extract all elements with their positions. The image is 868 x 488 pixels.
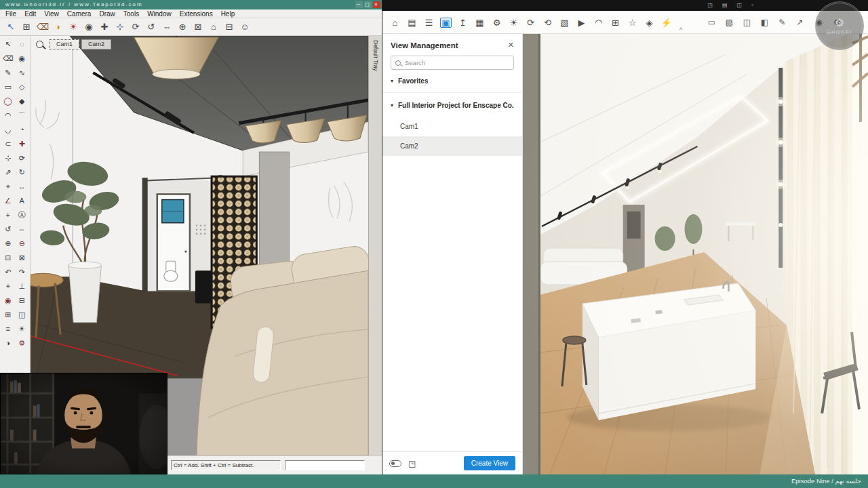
user-icon[interactable]: ☺ [239, 22, 250, 32]
styles-icon[interactable]: ◑ [1, 336, 15, 350]
pie-icon[interactable]: ◔ [16, 123, 29, 136]
next-icon[interactable]: ↷ [16, 265, 29, 279]
view-management-icon[interactable]: ▣ [440, 18, 452, 28]
offset-icon[interactable]: ⊂ [1, 137, 15, 150]
two-point-arc-icon[interactable]: ⌒ [16, 108, 29, 122]
quick-icon-2[interactable]: ▤ [722, 2, 728, 8]
make-component-icon[interactable]: ⊞ [21, 22, 32, 32]
light-icon[interactable]: ⚡ [660, 18, 672, 28]
eraser-icon[interactable]: ⌫ [1, 52, 15, 65]
section-display-icon[interactable]: ◫ [16, 308, 29, 321]
push-pull-icon[interactable]: ✚ [16, 137, 29, 150]
look-around-icon[interactable]: ◉ [1, 293, 15, 307]
protractor-icon[interactable]: ∠ [1, 194, 15, 207]
favorites-icon[interactable]: ☆ [627, 18, 638, 28]
zoom-out-icon[interactable]: ⊖ [16, 237, 29, 250]
shadows-icon[interactable]: ☀ [16, 322, 29, 336]
measurements-input[interactable] [285, 464, 364, 473]
menu-item[interactable]: Tools [123, 10, 139, 18]
previous-icon[interactable]: ↶ [1, 265, 15, 279]
zoom-window-icon[interactable]: ⊡ [1, 251, 15, 264]
menu-item[interactable]: View [44, 10, 59, 18]
batch-views-icon[interactable]: ◳ [408, 459, 416, 468]
polygon-icon[interactable]: ◆ [16, 94, 29, 108]
rotate-icon[interactable]: ⟳ [16, 151, 29, 165]
menu-item[interactable]: Camera [67, 10, 92, 18]
text-icon[interactable]: A [16, 194, 29, 207]
rotate-icon[interactable]: ⟳ [130, 22, 141, 32]
position-camera-icon[interactable]: ⌖ [1, 279, 15, 293]
batch-export-icon[interactable]: ⊞ [610, 18, 621, 28]
annotate-icon[interactable]: ✎ [776, 18, 788, 27]
paint-bucket-icon[interactable]: ◉ [16, 52, 29, 65]
quick-icon-4[interactable]: ▫ [751, 2, 753, 8]
panorama-icon[interactable]: ◠ [593, 18, 604, 28]
zoom-in-icon[interactable]: ⊕ [1, 237, 15, 250]
menu-item[interactable]: Extensions [180, 10, 213, 18]
arc-icon[interactable]: ◠ [1, 108, 15, 122]
create-view-button[interactable]: Create View [464, 456, 515, 470]
tape-measure-icon[interactable]: ⌖ [1, 180, 15, 193]
close-icon[interactable]: ✕ [508, 41, 514, 49]
eraser-icon[interactable]: ⌫ [37, 22, 47, 32]
cart-icon[interactable]: ⊟ [224, 22, 235, 32]
menu-item[interactable]: Edit [24, 10, 36, 18]
layers-icon[interactable]: ≡ [1, 322, 15, 336]
settings-icon[interactable]: ⚙ [491, 18, 502, 28]
rectangle-icon[interactable]: ▭ [1, 80, 15, 94]
home-icon[interactable]: ⌂ [389, 18, 401, 28]
settings-icon[interactable]: ⚙ [16, 336, 29, 350]
move-icon[interactable]: ⊹ [1, 151, 15, 165]
lasso-icon[interactable]: ◌ [16, 37, 29, 51]
image-export-icon[interactable]: ▧ [559, 18, 570, 28]
default-tray-strip[interactable]: Default Tray [368, 36, 382, 455]
project-section[interactable]: ▾ Full Interior Project for Enscape Co..… [382, 94, 522, 117]
section-plane-icon[interactable]: ⊟ [16, 293, 29, 307]
warehouse-icon[interactable]: ⌂ [208, 22, 219, 32]
sync-icon[interactable]: ⟳ [525, 18, 536, 28]
push-pull-icon[interactable]: ✚ [99, 22, 110, 32]
minimize-button[interactable]: ─ [355, 1, 363, 8]
shadows-icon[interactable]: ☀ [68, 22, 79, 32]
orbit-icon[interactable]: ↺ [146, 22, 157, 32]
view-item-cam2[interactable]: Cam2 [382, 136, 522, 156]
select-icon[interactable]: ↖ [1, 37, 15, 51]
freehand-icon[interactable]: ∿ [16, 66, 29, 79]
materials-icon[interactable]: ◈ [644, 18, 655, 28]
pan-icon[interactable]: ⇔ [161, 22, 172, 32]
styles-icon[interactable]: ◑ [52, 22, 63, 32]
follow-me-icon[interactable]: ↻ [16, 165, 29, 179]
menu-item[interactable]: Window [147, 10, 172, 18]
circle-icon[interactable]: ◯ [1, 94, 15, 108]
layers-icon[interactable]: ◧ [759, 18, 770, 27]
rotated-rectangle-icon[interactable]: ◇ [16, 80, 29, 94]
zoom-icon[interactable]: ⊕ [177, 22, 188, 32]
menu-item[interactable]: Draw [99, 10, 115, 18]
live-update-icon[interactable]: ⟲ [542, 18, 553, 28]
screenshot-icon[interactable]: ▧ [724, 18, 735, 27]
section-fill-icon[interactable]: ⊞ [1, 308, 15, 321]
quick-icon-3[interactable]: ◫ [737, 2, 743, 8]
upload-icon[interactable]: ↥ [457, 18, 469, 28]
stereo-icon[interactable]: ◫ [741, 18, 753, 27]
three-point-arc-icon[interactable]: ◡ [1, 123, 15, 136]
toolbar-collapse-icon[interactable]: ^ [679, 26, 682, 33]
bim-icon[interactable]: ☰ [423, 18, 435, 28]
pan-icon[interactable]: ⇔ [16, 222, 29, 236]
paint-bucket-icon[interactable]: ◉ [83, 22, 94, 32]
enscape-render-viewport[interactable] [523, 34, 868, 474]
axes-icon[interactable]: + [1, 208, 15, 222]
projects-icon[interactable]: ▤ [406, 18, 418, 28]
menu-item[interactable]: Help [221, 10, 235, 18]
scene-tab-cam1[interactable]: Cam1 [50, 39, 79, 49]
quick-icon-1[interactable]: ◳ [707, 2, 713, 8]
scale-icon[interactable]: ⇗ [1, 165, 15, 179]
sun-icon[interactable]: ☀ [508, 18, 519, 28]
select-icon[interactable]: ↖ [5, 22, 16, 32]
safe-frame-icon[interactable]: ▭ [706, 18, 717, 27]
view-item-cam1[interactable]: Cam1 [382, 117, 522, 136]
close-button[interactable]: ✕ [373, 1, 380, 8]
scene-tab-cam2[interactable]: Cam2 [81, 39, 111, 49]
search-input[interactable] [405, 59, 509, 66]
dimension-icon[interactable]: ↔ [16, 180, 29, 193]
